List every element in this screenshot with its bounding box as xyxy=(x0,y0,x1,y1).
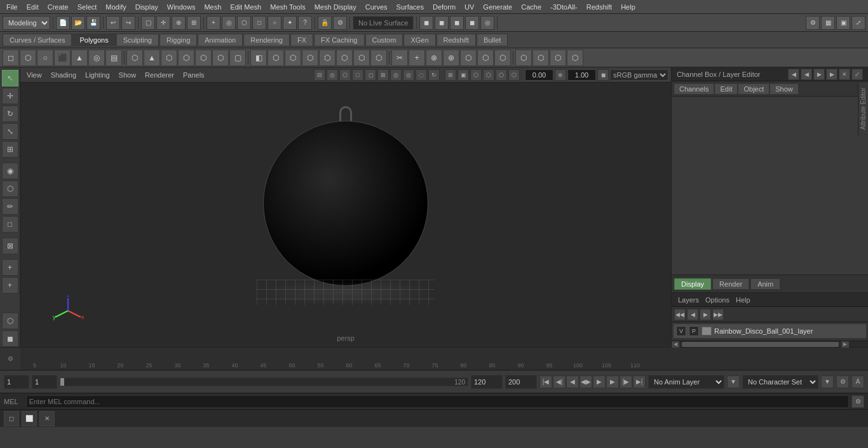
scale-tool-btn[interactable]: ⤡ xyxy=(2,123,18,140)
vp-menu-renderer[interactable]: Renderer xyxy=(141,70,178,80)
workspace-dropdown[interactable]: Modeling xyxy=(3,16,50,30)
render3-btn[interactable]: ◼ xyxy=(450,16,464,30)
circle-btn[interactable]: ○ xyxy=(268,16,281,30)
save-file-btn[interactable]: 💾 xyxy=(86,16,100,30)
wedge-icon-btn[interactable]: ⬡ xyxy=(494,50,511,66)
tab-curves-surfaces[interactable]: Curves / Surfaces xyxy=(3,34,72,46)
colorspace-select[interactable]: sRGB gamma xyxy=(610,69,668,81)
char-set-arrow[interactable]: ▼ xyxy=(821,376,834,388)
live-surface-btn[interactable]: No Live Surface xyxy=(353,16,414,30)
panel-float[interactable]: ⤢ xyxy=(851,69,863,80)
vp-ctrl15[interactable]: ⬡ xyxy=(496,69,507,81)
range-end-input[interactable] xyxy=(471,375,503,389)
menu-uv[interactable]: UV xyxy=(461,2,478,12)
lasso-tool-btn[interactable]: ⬡ xyxy=(2,180,18,197)
layer-arrow-left2[interactable]: ◀ xyxy=(687,309,698,320)
knife-icon-btn[interactable]: ✂ xyxy=(391,50,408,66)
transform-btn[interactable]: ✛ xyxy=(156,16,170,30)
char-set-select[interactable]: No Character Set xyxy=(742,375,818,389)
weld-icon-btn[interactable]: ⊕ xyxy=(443,50,459,66)
cone-icon-btn[interactable]: ▲ xyxy=(71,50,88,66)
vp-ctrl14[interactable]: ⬡ xyxy=(483,69,494,81)
layout2-btn[interactable]: ▣ xyxy=(836,16,850,30)
snap2-btn[interactable]: ⊞ xyxy=(187,16,201,30)
fill-icon-btn[interactable]: ⬡ xyxy=(353,50,370,66)
vp-menu-show[interactable]: Show xyxy=(115,70,140,80)
tab-animation[interactable]: Animation xyxy=(198,34,243,46)
layers-menu-options[interactable]: Options xyxy=(703,296,732,304)
anim-layer-arrow[interactable]: ▼ xyxy=(727,376,740,388)
layer-arrow-left[interactable]: ◀◀ xyxy=(674,309,686,320)
snap-grid-btn[interactable]: + xyxy=(2,259,18,276)
attr-editor-tab[interactable]: Attribute Editor xyxy=(858,83,868,136)
redo-btn[interactable]: ↪ xyxy=(121,16,135,30)
command-input[interactable] xyxy=(26,395,849,408)
tab-fx[interactable]: FX xyxy=(290,34,313,46)
snap-curve-btn[interactable]: + xyxy=(2,277,18,294)
deform-icon-btn[interactable]: ⬡ xyxy=(550,50,566,66)
poke-icon-btn[interactable]: ⬡ xyxy=(477,50,494,66)
torus-icon-btn[interactable]: ◎ xyxy=(88,50,105,66)
anim-layer-select[interactable]: No Anim Layer xyxy=(648,375,724,389)
menu-deform[interactable]: Deform xyxy=(429,2,459,12)
char-set-auto[interactable]: A xyxy=(851,376,864,388)
separate-icon-btn[interactable]: ⬡ xyxy=(285,50,301,66)
pb-next-key[interactable]: |▶ xyxy=(620,376,632,388)
script-icon[interactable]: ⚙ xyxy=(851,395,864,408)
layer-color-swatch[interactable] xyxy=(702,327,712,336)
helix-icon-btn[interactable]: ⬡ xyxy=(178,50,194,66)
menu-cache[interactable]: Cache xyxy=(517,2,545,12)
tab-object[interactable]: Object xyxy=(738,84,769,94)
gear-icon-btn[interactable]: ⬡ xyxy=(195,50,212,66)
snap3-btn[interactable]: ⚙ xyxy=(333,16,347,30)
soft-select-btn[interactable]: ◉ xyxy=(2,163,18,179)
vp-ctrl9[interactable]: ◌ xyxy=(416,69,427,81)
tab-show[interactable]: Show xyxy=(770,84,798,94)
menu-3dtoall[interactable]: -3DtoAll- xyxy=(546,2,581,12)
layer-arrow-right[interactable]: ▶ xyxy=(700,309,711,320)
pb-next-frame[interactable]: ▶ xyxy=(606,376,619,388)
tab-polygons[interactable]: Polygons xyxy=(72,34,115,46)
menu-help[interactable]: Help xyxy=(617,2,639,12)
brush-btn[interactable]: ✦ xyxy=(283,16,297,30)
layer-p-toggle[interactable]: P xyxy=(689,326,699,336)
panel-close[interactable]: ✕ xyxy=(839,69,850,80)
sphere-icon-btn[interactable]: ○ xyxy=(37,50,53,66)
pyramid-icon-btn[interactable]: ▲ xyxy=(144,50,160,66)
vp-ctrl13[interactable]: ⬡ xyxy=(470,69,482,81)
vp-ctrl8[interactable]: ◎ xyxy=(403,69,414,81)
task-window2[interactable]: ⬜ xyxy=(22,411,37,426)
tab-channels[interactable]: Channels xyxy=(674,84,714,94)
menu-edit-mesh[interactable]: Edit Mesh xyxy=(226,2,265,12)
task-window1[interactable]: ◻ xyxy=(4,411,19,426)
pb-play-fwd[interactable]: ▶ xyxy=(593,376,606,388)
menu-file[interactable]: File xyxy=(3,2,22,12)
lock-btn[interactable]: 🔒 xyxy=(318,16,332,30)
persp-btn[interactable]: ⬡ xyxy=(2,313,18,329)
tab-bullet[interactable]: Bullet xyxy=(477,34,508,46)
menu-surfaces[interactable]: Surfaces xyxy=(393,2,428,12)
panel-arrow-left[interactable]: ◀ xyxy=(788,69,799,80)
viewport-canvas[interactable]: persp x y z xyxy=(20,83,671,347)
tab-anim[interactable]: Anim xyxy=(750,278,780,290)
vp-menu-lighting[interactable]: Lighting xyxy=(81,70,114,80)
panel-arrow-left2[interactable]: ◀ xyxy=(801,69,812,80)
lasso-btn[interactable]: ◎ xyxy=(222,16,236,30)
tab-redshift[interactable]: Redshift xyxy=(437,34,476,46)
soccer-icon-btn[interactable]: ⬡ xyxy=(212,50,229,66)
render2-btn[interactable]: ◼ xyxy=(435,16,449,30)
uv-icon-btn[interactable]: ⬡ xyxy=(515,50,532,66)
open-file-btn[interactable]: 📂 xyxy=(71,16,85,30)
colorspace-icon[interactable]: ◼ xyxy=(597,69,609,81)
layers-menu-help[interactable]: Help xyxy=(733,296,753,304)
uv-edit-btn[interactable]: ◼ xyxy=(2,330,18,347)
vp-ctrl11[interactable]: ⊞ xyxy=(445,69,456,81)
menu-edit[interactable]: Edit xyxy=(23,2,43,12)
menu-create[interactable]: Create xyxy=(44,2,72,12)
select-tool-btn[interactable]: ↖ xyxy=(2,70,18,86)
vp-ctrl4[interactable]: □ xyxy=(352,69,363,81)
playback-end-input[interactable] xyxy=(505,375,537,389)
tab-xgen[interactable]: XGen xyxy=(403,34,435,46)
vp-ctrl1[interactable]: ⊟ xyxy=(314,69,325,81)
settings-btn[interactable]: ⚙ xyxy=(806,16,820,30)
